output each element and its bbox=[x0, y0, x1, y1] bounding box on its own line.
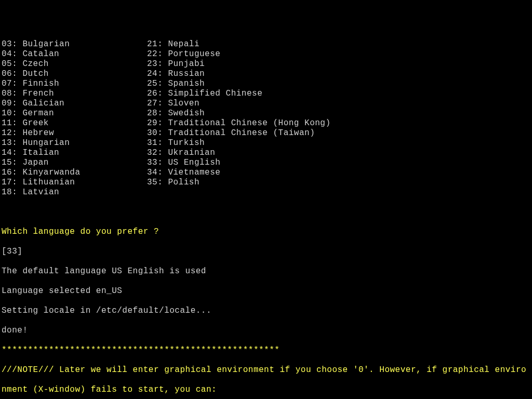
language-option: 13: Hungarian bbox=[2, 138, 147, 148]
language-option: 05: Czech bbox=[2, 59, 147, 69]
language-option: 09: Galician bbox=[2, 99, 147, 109]
language-option: 29: Traditional Chinese (Hong Kong) bbox=[147, 118, 331, 128]
language-option: 23: Punjabi bbox=[147, 59, 331, 69]
language-option: 22: Portuguese bbox=[147, 49, 331, 59]
language-option: 07: Finnish bbox=[2, 79, 147, 89]
language-option: 18: Latvian bbox=[2, 188, 147, 197]
note-line-1: ///NOTE/// Later we will enter graphical… bbox=[2, 365, 530, 375]
language-option: 15: Japan bbox=[2, 158, 147, 168]
language-prompt: Which language do you prefer ? bbox=[2, 227, 530, 237]
setting-locale-msg: Setting locale in /etc/default/locale... bbox=[2, 306, 530, 316]
language-option: 21: Nepali bbox=[147, 39, 331, 49]
done-msg: done! bbox=[2, 326, 530, 336]
separator-stars: ****************************************… bbox=[2, 345, 530, 355]
language-option: 31: Turkish bbox=[147, 138, 331, 148]
language-option: 16: Kinyarwanda bbox=[2, 168, 147, 178]
language-option: 32: Ukrainian bbox=[147, 148, 331, 158]
language-option: 35: Polish bbox=[147, 178, 331, 188]
language-option: 34: Vietnamese bbox=[147, 168, 331, 178]
language-option: 12: Hebrew bbox=[2, 128, 147, 138]
language-option: 10: German bbox=[2, 109, 147, 118]
language-option: 03: Bulgarian bbox=[2, 39, 147, 49]
language-list: 03: Bulgarian04: Catalan05: Czech06: Dut… bbox=[2, 39, 530, 197]
language-option: 33: US English bbox=[147, 158, 331, 168]
language-option: 28: Swedish bbox=[147, 109, 331, 118]
language-option: 24: Russian bbox=[147, 69, 331, 79]
language-option: 25: Spanish bbox=[147, 79, 331, 89]
language-option: 26: Simplified Chinese bbox=[147, 89, 331, 99]
language-selected-msg: Language selected en_US bbox=[2, 286, 530, 296]
language-option: 30: Traditional Chinese (Taiwan) bbox=[147, 128, 331, 138]
language-answer: [33] bbox=[2, 247, 530, 257]
note-line-2: nment (X-window) fails to start, you can… bbox=[2, 385, 530, 395]
language-option: 08: French bbox=[2, 89, 147, 99]
language-option: 27: Sloven bbox=[147, 99, 331, 109]
language-option: 04: Catalan bbox=[2, 49, 147, 59]
language-option: 17: Lithuanian bbox=[2, 178, 147, 188]
language-option: 14: Italian bbox=[2, 148, 147, 158]
language-option: 11: Greek bbox=[2, 118, 147, 128]
default-language-msg: The default language US English is used bbox=[2, 267, 530, 276]
language-option: 06: Dutch bbox=[2, 69, 147, 79]
